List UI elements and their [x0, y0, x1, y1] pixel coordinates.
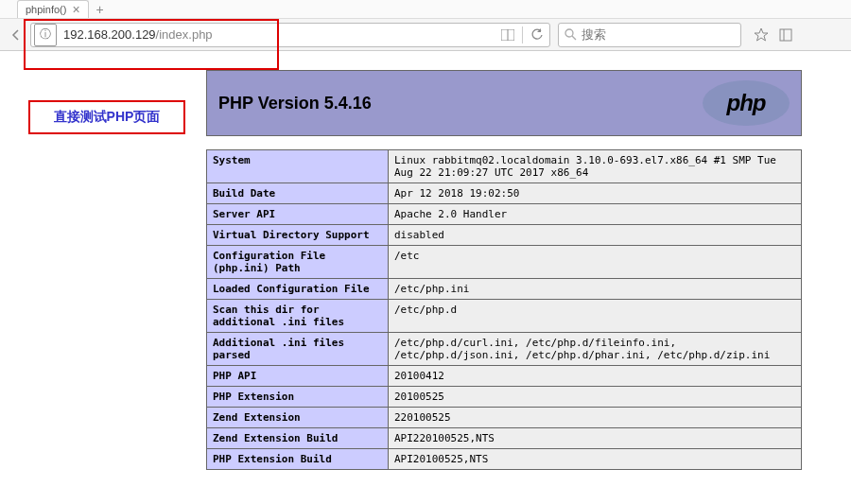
table-row: Configuration File (php.ini) Path/etc [207, 246, 802, 279]
php-logo: php [703, 80, 790, 126]
table-row: Server APIApache 2.0 Handler [207, 204, 802, 225]
table-row: Virtual Directory Supportdisabled [207, 225, 802, 246]
table-value: /etc/php.ini [389, 279, 802, 300]
nav-bar: ⓘ 192.168.200.129/index.php [0, 19, 851, 51]
table-label: Server API [207, 204, 389, 225]
table-label: System [207, 150, 389, 183]
table-value: /etc/php.d [389, 300, 802, 333]
sidebar-icon[interactable] [775, 25, 796, 45]
back-arrow-icon [9, 28, 23, 42]
table-row: Zend Extension BuildAPI220100525,NTS [207, 428, 802, 449]
table-row: Build DateApr 12 2018 19:02:50 [207, 183, 802, 204]
table-value: /etc [389, 246, 802, 279]
table-row: PHP Extension20100525 [207, 387, 802, 408]
table-label: Scan this dir for additional .ini files [207, 300, 389, 333]
svg-rect-4 [780, 29, 791, 41]
info-icon[interactable]: ⓘ [34, 24, 57, 46]
phpinfo-content: PHP Version 5.4.16 php SystemLinux rabbi… [206, 70, 802, 470]
phpinfo-table: SystemLinux rabbitmq02.localdomain 3.10.… [206, 149, 802, 470]
divider [522, 26, 523, 43]
browser-tab[interactable]: phpinfo() × [17, 0, 89, 18]
search-icon [559, 28, 582, 41]
back-button[interactable] [6, 25, 26, 45]
table-label: Zend Extension Build [207, 428, 389, 449]
close-icon[interactable]: × [72, 3, 79, 16]
table-row: SystemLinux rabbitmq02.localdomain 3.10.… [207, 150, 802, 183]
url-text: 192.168.200.129/index.php [60, 27, 495, 42]
table-label: PHP Extension Build [207, 449, 389, 470]
table-label: PHP Extension [207, 387, 389, 408]
url-path: /index.php [156, 27, 213, 42]
table-label: Build Date [207, 183, 389, 204]
reader-mode-icon[interactable] [495, 29, 520, 41]
table-row: Additional .ini files parsed/etc/php.d/c… [207, 333, 802, 366]
search-bar[interactable] [558, 23, 741, 47]
bookmark-icon[interactable] [751, 25, 772, 45]
table-value: Apache 2.0 Handler [389, 204, 802, 225]
php-version-title: PHP Version 5.4.16 [218, 94, 372, 113]
table-value: API20100525,NTS [389, 449, 802, 470]
table-value: Apr 12 2018 19:02:50 [389, 183, 802, 204]
table-value: 20100525 [389, 387, 802, 408]
table-label: Zend Extension [207, 408, 389, 428]
table-label: Virtual Directory Support [207, 225, 389, 246]
phpinfo-header: PHP Version 5.4.16 php [206, 70, 802, 136]
table-label: PHP API [207, 366, 389, 387]
svg-point-2 [565, 29, 573, 37]
search-input[interactable] [582, 27, 740, 42]
table-row: Zend Extension220100525 [207, 408, 802, 428]
tab-bar: phpinfo() × + [0, 0, 851, 19]
table-value: /etc/php.d/curl.ini, /etc/php.d/fileinfo… [389, 333, 802, 366]
table-value: disabled [389, 225, 802, 246]
table-value: Linux rabbitmq02.localdomain 3.10.0-693.… [389, 150, 802, 183]
url-bar[interactable]: ⓘ 192.168.200.129/index.php [30, 23, 550, 47]
tab-title: phpinfo() [26, 4, 66, 15]
table-value: API220100525,NTS [389, 428, 802, 449]
add-tab-button[interactable]: + [96, 2, 104, 17]
table-label: Loaded Configuration File [207, 279, 389, 300]
table-row: Loaded Configuration File/etc/php.ini [207, 279, 802, 300]
table-row: PHP API20100412 [207, 366, 802, 387]
reload-icon[interactable] [525, 28, 549, 42]
url-host: 192.168.200.129 [63, 27, 156, 42]
annotation-text: 直接测试PHP页面 [54, 109, 161, 126]
table-row: Scan this dir for additional .ini files/… [207, 300, 802, 333]
table-value: 220100525 [389, 408, 802, 428]
table-label: Additional .ini files parsed [207, 333, 389, 366]
annotation-box: 直接测试PHP页面 [28, 100, 185, 134]
php-logo-text: php [727, 90, 766, 116]
svg-line-3 [572, 36, 576, 40]
table-value: 20100412 [389, 366, 802, 387]
table-label: Configuration File (php.ini) Path [207, 246, 389, 279]
table-row: PHP Extension BuildAPI20100525,NTS [207, 449, 802, 470]
